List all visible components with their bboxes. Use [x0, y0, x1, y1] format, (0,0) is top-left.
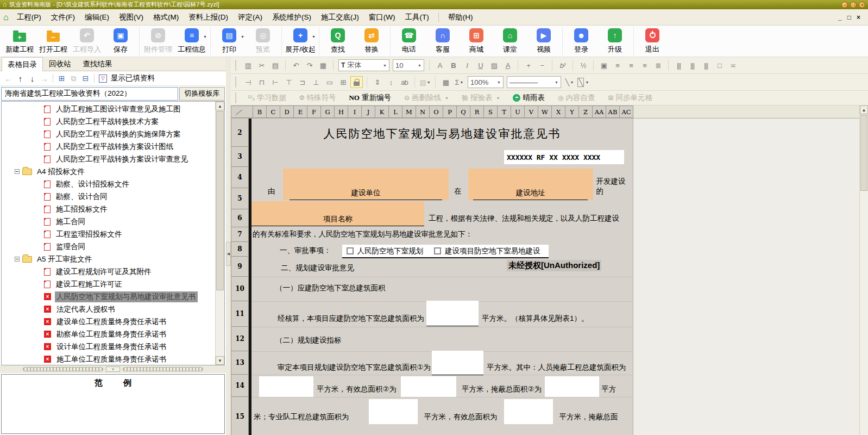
tree-item[interactable]: 监理合同: [2, 240, 215, 253]
form-input[interactable]: [401, 376, 456, 397]
column-header-D[interactable]: D: [280, 105, 294, 118]
column-header-Z[interactable]: Z: [579, 105, 593, 118]
tree-item[interactable]: ×勘察单位工程质量终身责任承诺书: [2, 328, 215, 340]
decrease-font-button[interactable]: −: [536, 59, 548, 71]
copy-button[interactable]: ▥: [242, 59, 254, 71]
minimize-button[interactable]: –: [841, 2, 848, 8]
project-info-dropdown-icon[interactable]: ▼: [203, 35, 207, 39]
expand-collapse-button[interactable]: +▼展开/收起: [284, 28, 317, 54]
column-header-U[interactable]: U: [511, 105, 525, 118]
row-header-2[interactable]: 2: [231, 119, 249, 147]
tree-item[interactable]: ×设计单位工程质量终身责任承诺书: [2, 340, 215, 353]
diagonal-box-button[interactable]: ╲▼: [577, 76, 589, 88]
font-size-combo[interactable]: 10▼: [393, 59, 424, 71]
column-header-AB[interactable]: AB: [606, 105, 620, 118]
phone-button[interactable]: ☎电话: [392, 28, 426, 54]
cut-button[interactable]: ✂: [255, 59, 268, 71]
diagonal-box-dropdown-icon[interactable]: ▼: [585, 80, 589, 84]
tab-回收站[interactable]: 回收站: [43, 57, 77, 71]
font-effects-button[interactable]: A: [433, 59, 446, 71]
mall-button[interactable]: ⊞商城: [460, 28, 493, 54]
tree-item[interactable]: A4 招投标文件: [2, 165, 215, 178]
project-info-button[interactable]: ≡▼工程信息: [175, 28, 209, 54]
add-table-icon[interactable]: ⊞: [56, 74, 67, 83]
tree-item[interactable]: 勘察、设计合同: [2, 190, 215, 203]
tree-item[interactable]: 工程监理招投标文件: [2, 228, 215, 240]
column-header-X[interactable]: X: [552, 105, 565, 118]
toolbar-grip[interactable]: [235, 77, 237, 88]
print-button[interactable]: ▤▼打印: [212, 28, 246, 54]
preview-button[interactable]: ◎预览: [246, 28, 280, 54]
tree-item[interactable]: ×人民防空地下室规划与易地建设审批意见书: [2, 290, 215, 303]
tree-expander-icon[interactable]: [15, 169, 20, 174]
tree-item[interactable]: A5 开工审批文件: [2, 253, 215, 265]
redo-button[interactable]: ↷: [303, 59, 316, 71]
form-input[interactable]: [259, 376, 313, 397]
cell-format-button[interactable]: ▣: [597, 59, 610, 71]
content-self-check-button[interactable]: ◎内容自查: [558, 93, 595, 103]
horizontal-splitter[interactable]: ∨: [0, 365, 226, 373]
column-header-H[interactable]: H: [335, 105, 348, 118]
tree-scroll-up-icon[interactable]: ▲: [216, 102, 224, 110]
doc-minimize-button[interactable]: _: [838, 14, 842, 21]
column-header-M[interactable]: M: [402, 105, 416, 118]
row-header-15[interactable]: 15: [231, 397, 249, 435]
form-input[interactable]: [426, 301, 479, 326]
menu-item[interactable]: 文件(F): [46, 10, 80, 24]
tree-item[interactable]: 人民防空工程平战转换方案设计图纸: [2, 140, 215, 153]
zoom-level-combo[interactable]: 100%▼: [468, 76, 504, 88]
column-header-L[interactable]: L: [389, 105, 402, 118]
field-construction-address[interactable]: 建设地址: [468, 169, 593, 200]
strike-delete-line-dropdown-icon[interactable]: ▼: [445, 96, 449, 100]
column-header-Y[interactable]: Y: [565, 105, 579, 118]
close-button[interactable]: ×: [859, 2, 865, 8]
menu-item[interactable]: 工具(T): [400, 10, 433, 24]
tree-item[interactable]: 人民防空工程平战转换技术方案: [2, 115, 215, 128]
form-input[interactable]: [432, 351, 483, 375]
expand-collapse-dropdown-icon[interactable]: ▼: [312, 35, 316, 39]
renumber-button[interactable]: NO重新编号: [349, 93, 391, 103]
tree-item[interactable]: 勘察、设计招投标文件: [2, 178, 215, 190]
import-project-button[interactable]: ↶工程导入: [70, 28, 104, 54]
tree-scroll-thumb[interactable]: [216, 111, 224, 290]
frame-button[interactable]: ▩: [439, 76, 452, 88]
special-symbols-button[interactable]: Φ特殊符号: [299, 93, 336, 103]
line-style-dropdown-icon[interactable]: ▼: [555, 80, 558, 84]
form-input[interactable]: [545, 376, 599, 397]
print-dropdown-icon[interactable]: ▼: [241, 35, 244, 39]
menu-item[interactable]: 编辑(E): [80, 10, 114, 24]
underline-button[interactable]: U: [474, 59, 487, 71]
merge-cells-button[interactable]: ▭: [323, 76, 336, 88]
customer-service-button[interactable]: ∩客服: [426, 28, 460, 54]
doc-close-button[interactable]: ×: [857, 14, 860, 21]
splitter-grip[interactable]: [123, 367, 203, 371]
strike-delete-line-button[interactable]: ⊖画删除线▼: [404, 93, 449, 103]
paste-button[interactable]: ▤: [269, 59, 281, 71]
row-header-9[interactable]: 9: [231, 257, 249, 277]
fraction-button[interactable]: ½: [577, 59, 589, 71]
italic-button[interactable]: I: [461, 59, 473, 71]
tree-scroll-down-icon[interactable]: ▼: [216, 356, 224, 365]
row-header-3[interactable]: 3: [231, 147, 249, 167]
sum-button[interactable]: Σ▼: [453, 76, 466, 88]
panel-collapse-icon[interactable]: ◀: [226, 242, 231, 266]
lock-cell-button[interactable]: [350, 76, 363, 88]
menu-item[interactable]: 视图(V): [114, 10, 148, 24]
remove-table-icon[interactable]: ⊟: [80, 74, 91, 83]
menu-item[interactable]: 格式(M): [148, 10, 184, 24]
insert-image-button[interactable]: ▧▼: [419, 76, 431, 88]
merge-row-button[interactable]: ⊓: [255, 76, 268, 88]
font-color-button[interactable]: A: [501, 59, 514, 71]
nav-down-icon[interactable]: ↓: [27, 74, 37, 83]
select-all-corner[interactable]: [231, 105, 253, 118]
tree-item[interactable]: 建设工程施工许可证: [2, 278, 215, 290]
column-header-Q[interactable]: Q: [457, 105, 470, 118]
column-header-S[interactable]: S: [484, 105, 498, 118]
valign-center-button[interactable]: |||: [686, 59, 699, 71]
tree-item[interactable]: 施工合同: [2, 215, 215, 228]
doc-restore-button[interactable]: □: [847, 14, 851, 21]
column-header-P[interactable]: P: [443, 105, 457, 118]
filter-funnel-icon[interactable]: ▽: [99, 74, 107, 83]
form-input[interactable]: [504, 399, 553, 424]
column-header-B[interactable]: B: [253, 105, 267, 118]
